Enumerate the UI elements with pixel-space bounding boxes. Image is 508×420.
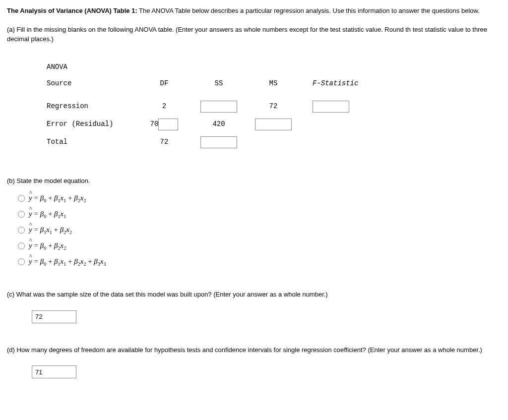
regression-ss-input[interactable] (200, 101, 237, 113)
radio-option-3[interactable]: y = β1x1 + β2x2 (18, 224, 501, 236)
radio-option-1[interactable]: y = β0 + β1x1 + β2x2 (18, 192, 501, 204)
radio-option-4[interactable]: y = β0 + β2x2 (18, 240, 501, 252)
part-a-prompt: (a) Fill in the missing blanks on the fo… (7, 25, 501, 44)
regression-label: Regression (43, 98, 137, 116)
regression-df: 2 (137, 98, 191, 116)
total-label: Total (43, 133, 137, 151)
intro-title-bold: The Analysis of Variance (ANOVA) Table 1… (7, 7, 137, 14)
total-ss-input[interactable] (200, 136, 237, 148)
header-ss: SS (191, 75, 246, 92)
radio-button[interactable] (18, 227, 25, 234)
radio-button[interactable] (18, 211, 25, 218)
equation-option-3: y = β1x1 + β2x2 (29, 224, 72, 236)
model-equation-options: y = β0 + β1x1 + β2x2 y = β0 + β1x1 y = β… (18, 192, 501, 268)
header-ms: MS (246, 75, 301, 92)
header-df: DF (137, 75, 191, 92)
error-label: Error (Residual) (43, 116, 137, 133)
error-ms-input[interactable] (255, 119, 292, 130)
radio-button[interactable] (18, 258, 25, 265)
radio-option-2[interactable]: y = β0 + β1x1 (18, 208, 501, 220)
header-fstat: F-Statistic (301, 75, 380, 92)
anova-heading-row: ANOVA (43, 59, 380, 75)
anova-table-block: ANOVA Source DF SS MS F-Statistic Regres… (43, 59, 501, 151)
part-c-prompt: (c) What was the sample size of the data… (7, 290, 501, 300)
intro-paragraph: The Analysis of Variance (ANOVA) Table 1… (7, 6, 501, 16)
part-d-prompt: (d) How many degrees of freedom are avai… (7, 345, 501, 355)
header-source: Source (43, 75, 137, 92)
error-df-prefix: 70 (150, 119, 159, 129)
regression-fstat-input[interactable] (313, 101, 349, 113)
equation-option-4: y = β0 + β2x2 (29, 240, 66, 252)
row-total: Total 72 (43, 133, 380, 151)
equation-option-5: y = β0 + β1x1 + β2x2 + β3x3 (29, 256, 106, 268)
error-ss: 420 (191, 116, 246, 133)
regression-ms: 72 (246, 98, 301, 116)
part-c-answer-input[interactable] (32, 310, 76, 323)
row-error: Error (Residual) 70 420 (43, 116, 380, 133)
radio-button[interactable] (18, 195, 25, 202)
part-d-answer-input[interactable] (32, 365, 76, 378)
radio-option-5[interactable]: y = β0 + β1x1 + β2x2 + β3x3 (18, 256, 501, 268)
anova-table: ANOVA Source DF SS MS F-Statistic Regres… (43, 59, 380, 151)
total-df: 72 (137, 133, 191, 151)
intro-title-rest: The ANOVA Table below describes a partic… (137, 7, 480, 14)
part-b-prompt: (b) State the model equation. (7, 176, 501, 186)
equation-option-1: y = β0 + β1x1 + β2x2 (29, 192, 86, 204)
anova-header-row: Source DF SS MS F-Statistic (43, 75, 380, 92)
row-regression: Regression 2 72 (43, 98, 380, 116)
equation-option-2: y = β0 + β1x1 (29, 208, 66, 220)
anova-heading: ANOVA (43, 59, 137, 75)
error-df-input[interactable] (158, 119, 178, 130)
radio-button[interactable] (18, 242, 25, 249)
